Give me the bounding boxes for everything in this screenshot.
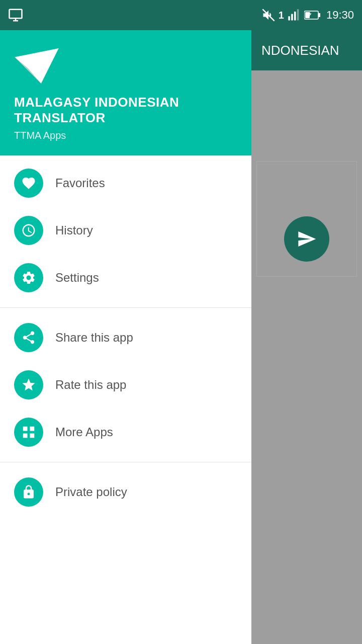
svg-rect-6 <box>294 12 296 21</box>
settings-icon-circle <box>14 263 43 292</box>
drawer-header: MALAGASY INDONESIAN TRANSLATOR TTMA Apps <box>0 30 251 155</box>
share-icon <box>21 330 36 345</box>
sim-icon: 1 <box>279 10 284 21</box>
drawer-menu: Favorites History <box>0 155 251 644</box>
grid-icon <box>21 425 36 440</box>
history-label: History <box>55 223 93 237</box>
privacy-label: Private policy <box>55 485 127 499</box>
status-bar-right-icons: 1 19:30 <box>261 8 354 22</box>
navigation-drawer: MALAGASY INDONESIAN TRANSLATOR TTMA Apps… <box>0 30 251 644</box>
menu-item-history[interactable]: History <box>0 207 251 254</box>
rate-label: Rate this app <box>55 378 126 392</box>
menu-item-favorites[interactable]: Favorites <box>0 159 251 207</box>
lock-icon <box>21 485 36 500</box>
share-label: Share this app <box>55 331 133 345</box>
menu-item-privacy[interactable]: Private policy <box>0 468 251 516</box>
svg-rect-4 <box>288 16 290 20</box>
privacy-icon-circle <box>14 477 43 507</box>
developer-name: TTMA Apps <box>14 130 237 141</box>
more-apps-icon-circle <box>14 418 43 447</box>
menu-section-main: Favorites History <box>0 155 251 305</box>
menu-section-social: Share this app Rate this app <box>0 310 251 460</box>
more-apps-label: More Apps <box>55 425 113 439</box>
mute-icon <box>261 8 276 22</box>
menu-item-more-apps[interactable]: More Apps <box>0 409 251 456</box>
battery-icon <box>304 10 321 21</box>
right-panel-title: NDONESIAN <box>261 43 339 58</box>
heart-icon <box>21 176 36 191</box>
menu-item-share[interactable]: Share this app <box>0 314 251 361</box>
svg-rect-7 <box>297 9 299 20</box>
right-panel-header: NDONESIAN <box>251 30 362 70</box>
history-icon-circle <box>14 216 43 245</box>
gear-icon <box>21 270 36 285</box>
svg-marker-11 <box>15 48 59 84</box>
translate-button[interactable] <box>284 216 329 262</box>
svg-rect-5 <box>291 14 293 21</box>
share-icon-circle <box>14 323 43 352</box>
status-bar-left-icons <box>8 8 23 23</box>
menu-item-rate[interactable]: Rate this app <box>0 361 251 409</box>
settings-label: Settings <box>55 271 99 285</box>
signal-icon <box>287 8 301 22</box>
app-logo <box>14 48 237 86</box>
favorites-icon-circle <box>14 169 43 198</box>
status-bar: 1 19:30 <box>0 0 362 30</box>
menu-divider-1 <box>0 307 251 308</box>
svg-rect-0 <box>10 10 22 19</box>
rate-icon-circle <box>14 370 43 399</box>
right-panel-content <box>251 70 362 644</box>
svg-rect-9 <box>318 13 320 17</box>
clock-icon <box>21 223 36 238</box>
favorites-label: Favorites <box>55 176 105 190</box>
right-panel: NDONESIAN <box>251 30 362 644</box>
star-icon <box>21 377 36 392</box>
send-icon <box>297 229 317 249</box>
menu-item-settings[interactable]: Settings <box>0 254 251 301</box>
menu-section-legal: Private policy <box>0 464 251 520</box>
menu-divider-2 <box>0 462 251 462</box>
time-display: 19:30 <box>326 9 354 22</box>
svg-rect-10 <box>305 12 310 18</box>
app-title: MALAGASY INDONESIAN TRANSLATOR <box>14 95 237 126</box>
